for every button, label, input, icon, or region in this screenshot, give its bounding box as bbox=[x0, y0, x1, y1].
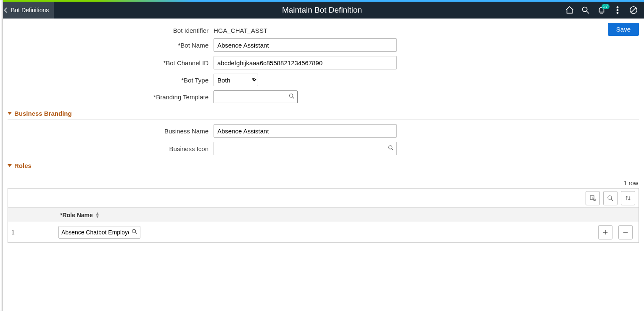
section-roles[interactable]: Roles bbox=[8, 160, 639, 172]
grid-sort-button[interactable] bbox=[621, 191, 635, 205]
table-row: 1 bbox=[8, 222, 639, 242]
export-icon bbox=[589, 194, 596, 202]
bot-type-label: *Bot Type bbox=[12, 77, 214, 84]
bot-type-select[interactable]: Both bbox=[214, 74, 258, 86]
bot-channel-label: *Bot Channel ID bbox=[12, 59, 214, 66]
business-icon-lookup-button[interactable] bbox=[388, 145, 394, 153]
section-title: Business Branding bbox=[14, 110, 72, 117]
svg-point-4 bbox=[617, 12, 618, 13]
section-business-branding[interactable]: Business Branding bbox=[8, 108, 639, 120]
svg-line-1 bbox=[587, 11, 589, 14]
svg-line-6 bbox=[631, 8, 636, 13]
remove-row-button[interactable] bbox=[618, 225, 633, 239]
search-icon bbox=[131, 229, 138, 235]
bot-channel-input[interactable] bbox=[214, 56, 397, 69]
save-button[interactable]: Save bbox=[608, 23, 639, 36]
role-name-lookup-button[interactable] bbox=[131, 229, 138, 237]
caret-down-icon bbox=[8, 112, 12, 115]
bot-name-input[interactable] bbox=[214, 38, 397, 52]
access-button[interactable] bbox=[629, 5, 638, 15]
caret-down-icon bbox=[8, 164, 12, 167]
branding-template-lookup-button[interactable] bbox=[288, 93, 295, 101]
svg-point-9 bbox=[389, 146, 392, 149]
svg-point-7 bbox=[290, 94, 293, 97]
roles-grid: *Role Name ▲▼ 1 bbox=[8, 188, 639, 243]
minus-icon bbox=[622, 229, 629, 236]
search-icon bbox=[288, 93, 295, 100]
search-icon bbox=[607, 194, 614, 202]
svg-line-13 bbox=[611, 199, 613, 201]
circle-slash-icon bbox=[629, 5, 638, 15]
bot-identifier-label: Bot Identifier bbox=[12, 27, 214, 34]
svg-point-3 bbox=[617, 9, 618, 11]
svg-point-2 bbox=[617, 7, 618, 8]
back-label: Bot Definitions bbox=[11, 7, 49, 13]
chevron-left-icon bbox=[3, 7, 9, 13]
search-button[interactable] bbox=[581, 5, 590, 15]
kebab-icon bbox=[613, 5, 622, 15]
search-icon bbox=[581, 5, 590, 15]
svg-line-10 bbox=[392, 149, 393, 150]
business-icon-label: Business Icon bbox=[12, 145, 214, 152]
top-bar: Bot Definitions Maintain Bot Definition … bbox=[0, 2, 644, 19]
add-row-button[interactable] bbox=[598, 225, 612, 239]
branding-template-label: *Branding Template bbox=[12, 93, 214, 101]
grid-row-count: 1 row bbox=[8, 180, 638, 186]
sort-icon bbox=[624, 194, 632, 202]
bot-name-label: *Bot Name bbox=[12, 42, 214, 49]
business-name-label: Business Name bbox=[12, 128, 214, 135]
plus-icon bbox=[602, 229, 609, 236]
back-button[interactable]: Bot Definitions bbox=[0, 2, 54, 19]
grid-export-button[interactable] bbox=[586, 191, 600, 205]
home-button[interactable] bbox=[565, 5, 574, 15]
col-role-name[interactable]: *Role Name ▲▼ bbox=[58, 212, 639, 218]
business-name-input[interactable] bbox=[214, 124, 397, 138]
home-icon bbox=[565, 5, 574, 15]
svg-line-15 bbox=[135, 233, 137, 234]
svg-point-0 bbox=[583, 7, 587, 12]
section-title: Roles bbox=[14, 162, 32, 169]
row-index: 1 bbox=[8, 229, 58, 236]
page-title: Maintain Bot Definition bbox=[0, 5, 644, 15]
svg-point-12 bbox=[608, 196, 612, 199]
svg-point-14 bbox=[132, 229, 136, 233]
kebab-menu-button[interactable] bbox=[613, 5, 622, 15]
notification-badge: 37 bbox=[602, 4, 610, 9]
bot-identifier-value: HGA_CHAT_ASST bbox=[214, 27, 267, 34]
business-icon-input[interactable] bbox=[214, 142, 397, 155]
notifications-button[interactable]: 37 bbox=[597, 5, 606, 15]
role-name-input[interactable] bbox=[58, 226, 140, 239]
grid-find-button[interactable] bbox=[603, 191, 618, 205]
search-icon bbox=[388, 145, 394, 152]
svg-line-8 bbox=[293, 97, 294, 98]
sort-indicator-icon: ▲▼ bbox=[95, 212, 100, 218]
branding-template-input[interactable] bbox=[214, 90, 298, 103]
